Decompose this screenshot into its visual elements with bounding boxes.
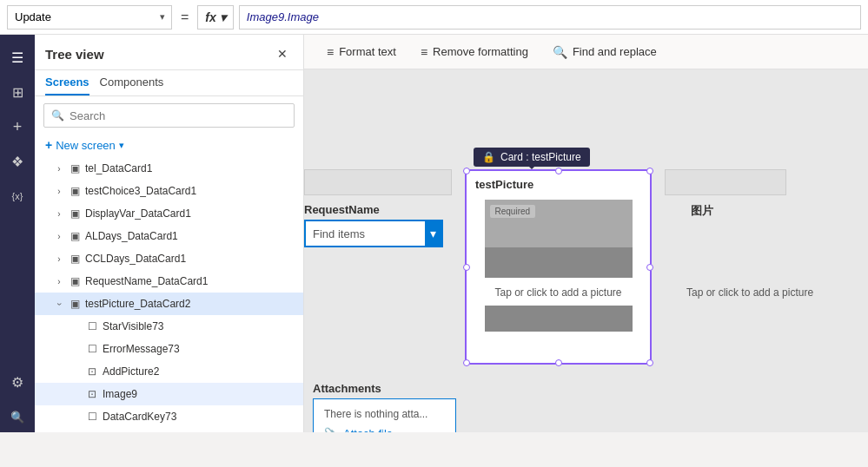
tab-screens[interactable]: Screens (45, 76, 89, 95)
find-replace-icon: 🔍 (553, 45, 567, 59)
card-tooltip: 🔒 Card : testPicture (474, 148, 590, 167)
tree-search-icon: 🔍 (51, 109, 64, 122)
chevron-icon: › (52, 232, 66, 241)
handle-br[interactable] (646, 359, 653, 366)
formula-text: Image9.Image (247, 10, 319, 23)
attachments-section: Attachments There is nothing atta... 📎 A… (313, 382, 456, 432)
format-text-icon: ≡ (327, 45, 334, 59)
lock-icon: 🔒 (482, 151, 495, 163)
sidebar-search-icon-btn[interactable]: 🔍 (2, 401, 33, 432)
checkbox-icon: ☐ (83, 320, 101, 332)
datacardval-icon: ▣ (66, 298, 83, 310)
format-text-button[interactable]: ≡ Format text (315, 35, 408, 69)
add-icon-btn[interactable]: + (2, 111, 33, 142)
sidebar-search-icon: 🔍 (10, 411, 24, 424)
checkbox-icon: ☐ (83, 343, 101, 355)
tree-item-label: testPicture_DataCard2 (85, 298, 190, 310)
handle-mr[interactable] (646, 264, 653, 271)
tree-item-displayvar[interactable]: › ▣ DisplayVar_DataCard1 (35, 202, 303, 225)
tree-item-label: DataCardKey73 (103, 411, 176, 423)
main-layout: ☰ ⊞ + ❖ {x} ⚙ 🔍 Tree view ✕ Screens Comp… (0, 35, 868, 432)
fx-button[interactable]: fx ▾ (197, 5, 233, 30)
formula-bar: Image9.Image (239, 5, 861, 30)
datacardval-icon: ▣ (66, 185, 83, 197)
handle-tr[interactable] (646, 168, 653, 174)
add-picture-text: Tap or click to add a picture (487, 283, 628, 302)
tree-title: Tree view (45, 47, 104, 62)
checkbox-icon: ☐ (83, 411, 101, 423)
tree-item-datacardkey73[interactable]: ☐ DataCardKey73 (35, 405, 303, 428)
tree-item-label: ALDays_DataCard1 (85, 230, 178, 242)
format-text-label: Format text (339, 45, 396, 58)
variables-icon: {x} (12, 191, 23, 201)
attach-file-label: Attach file (343, 427, 393, 432)
remove-formatting-icon: ≡ (421, 45, 427, 59)
tree-item-addpicture2[interactable]: ⊡ AddPicture2 (35, 360, 303, 383)
tree-search-box: 🔍 (43, 103, 295, 128)
tools-icon-btn[interactable]: ⚙ (2, 366, 33, 398)
new-screen-label: New screen (56, 139, 116, 152)
handle-bc[interactable] (555, 359, 562, 366)
tree-item-label: AddPicture2 (103, 365, 159, 378)
formula-select-wrap: Update (7, 5, 172, 30)
chevron-icon: › (52, 164, 66, 174)
tree-item-label: Image9 (103, 388, 137, 400)
tree-item-testchoice[interactable]: › ▣ testChoice3_DataCard1 (35, 180, 303, 202)
image-section: 图片 (691, 200, 713, 222)
components-icon-btn[interactable]: ❖ (2, 146, 33, 177)
requestname-section: RequestName Find items ▾ (304, 200, 456, 247)
variables-icon-btn[interactable]: {x} (2, 181, 33, 212)
image-label: 图片 (691, 200, 713, 222)
tree-header: Tree view ✕ (35, 35, 303, 70)
find-replace-button[interactable]: 🔍 Find and replace (540, 35, 669, 69)
nothing-attached-text: There is nothing atta... (324, 408, 445, 420)
tree-panel: Tree view ✕ Screens Components 🔍 + New s… (35, 35, 304, 432)
tree-item-starvisible73[interactable]: ☐ StarVisible73 (35, 315, 303, 338)
picture-placeholder: Required (485, 200, 633, 278)
handle-tc[interactable] (555, 168, 562, 174)
tree-close-button[interactable]: ✕ (272, 43, 293, 64)
tree-item-image9[interactable]: ⊡ Image9 (35, 383, 303, 405)
tab-components[interactable]: Components (100, 76, 164, 95)
tree-item-label: tel_DataCard1 (85, 162, 152, 174)
dropdown-arrow-icon: ▾ (425, 221, 441, 246)
find-items-dropdown[interactable]: Find items ▾ (304, 220, 443, 247)
tree-item-testpicture-dc2[interactable]: › ▣ testPicture_DataCard2 (35, 293, 303, 315)
tree-item-tel-datacardval[interactable]: › ▣ tel_DataCard1 (35, 157, 303, 180)
picture-card[interactable]: testPicture Required Tap or click to add… (465, 169, 652, 365)
tree-item-errormessage73[interactable]: ☐ ErrorMessage73 (35, 338, 303, 360)
attach-file-button[interactable]: 📎 Attach file (324, 427, 445, 432)
tree-item-label: testChoice3_DataCard1 (85, 185, 196, 197)
components-icon: ❖ (11, 154, 23, 170)
attachments-label: Attachments (313, 382, 456, 398)
top-bar: Update = fx ▾ Image9.Image (0, 0, 868, 35)
tree-item-requestname[interactable]: › ▣ RequestName_DataCard1 (35, 270, 303, 293)
datacardval-icon: ▣ (66, 162, 83, 174)
chevron-icon: › (52, 187, 66, 196)
top-card-right (665, 169, 786, 195)
layers-icon-btn[interactable]: ⊞ (2, 76, 33, 108)
formula-select[interactable]: Update (7, 5, 172, 30)
handle-ml[interactable] (463, 264, 470, 271)
chevron-icon: › (52, 277, 66, 286)
datacardval-icon: ▣ (66, 207, 83, 220)
top-card-left (304, 169, 452, 195)
equals-sign: = (177, 10, 192, 25)
remove-formatting-button[interactable]: ≡ Remove formatting (408, 35, 540, 69)
menu-icon-btn[interactable]: ☰ (2, 42, 33, 73)
tools-icon: ⚙ (11, 374, 23, 391)
handle-bl[interactable] (463, 359, 470, 366)
add-icon: + (13, 118, 23, 136)
new-screen-plus-icon: + (45, 138, 52, 152)
picture-card-title: testPicture (467, 171, 542, 194)
tree-item-label: ErrorMessage73 (103, 343, 180, 355)
datacardval-icon: ▣ (66, 253, 83, 265)
fx-chevron: ▾ (220, 10, 226, 24)
tree-item-label: RequestName_DataCard1 (85, 275, 208, 287)
chevron-icon: › (52, 209, 66, 219)
tree-search-input[interactable] (70, 109, 287, 122)
tree-scroll: › ▣ tel_DataCard1 › ▣ testChoice3_DataCa… (35, 157, 303, 432)
tree-item-ccldays[interactable]: › ▣ CCLDays_DataCard1 (35, 247, 303, 270)
tree-item-aldays[interactable]: › ▣ ALDays_DataCard1 (35, 225, 303, 247)
new-screen-button[interactable]: + New screen ▾ (35, 135, 303, 157)
